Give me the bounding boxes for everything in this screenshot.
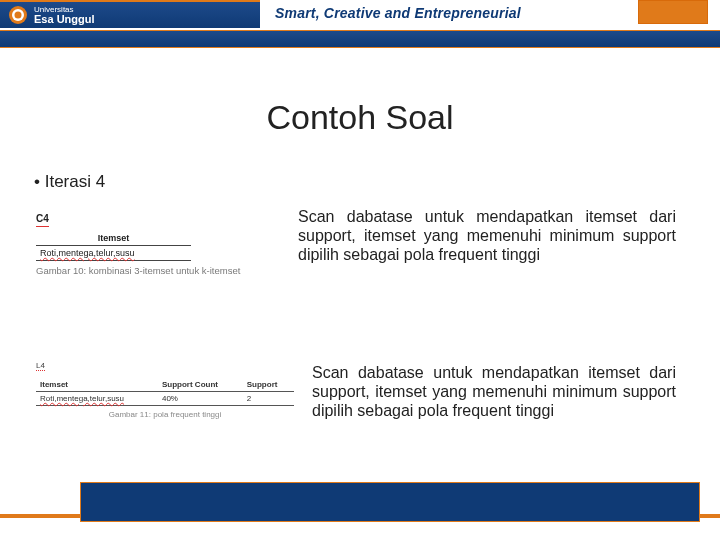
svg-point-2 (15, 12, 22, 19)
th-support: Support (243, 378, 294, 392)
table-l4: Itemset Support Count Support Roti,mente… (36, 378, 294, 406)
bullet-item: Iterasi 4 (34, 172, 105, 192)
header-orange-accent (638, 0, 708, 24)
paragraph-1: Scan dabatase untuk mendapatkan itemset … (298, 208, 676, 265)
table-c4-header: Itemset (36, 231, 191, 246)
paragraph-2: Scan dabatase untuk mendapatkan itemset … (312, 364, 676, 421)
slide-title: Contoh Soal (0, 98, 720, 137)
th-support-count: Support Count (158, 378, 243, 392)
figure-l4: L4 Itemset Support Count Support Roti,me… (36, 354, 294, 419)
td-itemset: Roti,mentega,telur,susu (36, 392, 158, 406)
slide: Universitas Esa Unggul Smart, Creative a… (0, 0, 720, 540)
logo-text: Universitas Esa Unggul (34, 6, 95, 25)
figure-c4: C4 Itemset Roti,mentega,telur,susu Gamba… (36, 208, 258, 276)
td-support: 2 (243, 392, 294, 406)
figure-c4-caption: Gambar 10: kombinasi 3-itemset untuk k-i… (36, 265, 258, 276)
university-logo-icon (8, 5, 28, 25)
table-c4-row: Roti,mentega,telur,susu (36, 246, 191, 261)
logo-bar: Universitas Esa Unggul (0, 0, 260, 28)
slide-header: Universitas Esa Unggul Smart, Creative a… (0, 0, 720, 54)
figure-c4-label: C4 (36, 213, 49, 227)
tagline-text: Smart, Creative and Entrepreneurial (275, 5, 521, 21)
table-c4: Itemset Roti,mentega,telur,susu (36, 231, 191, 261)
td-itemset-text: Roti,mentega,telur,susu (40, 394, 124, 403)
th-itemset: Itemset (36, 378, 158, 392)
table-c4-cell-text: Roti,mentega,telur,susu (40, 248, 135, 258)
td-support-count: 40% (158, 392, 243, 406)
figure-l4-label: L4 (36, 361, 45, 371)
logo-main-text: Esa Unggul (34, 14, 95, 25)
header-blue-strip (0, 30, 720, 48)
figure-l4-caption: Gambar 11: pola frequent tinggi (36, 410, 294, 419)
footer-blue-box (80, 482, 700, 522)
